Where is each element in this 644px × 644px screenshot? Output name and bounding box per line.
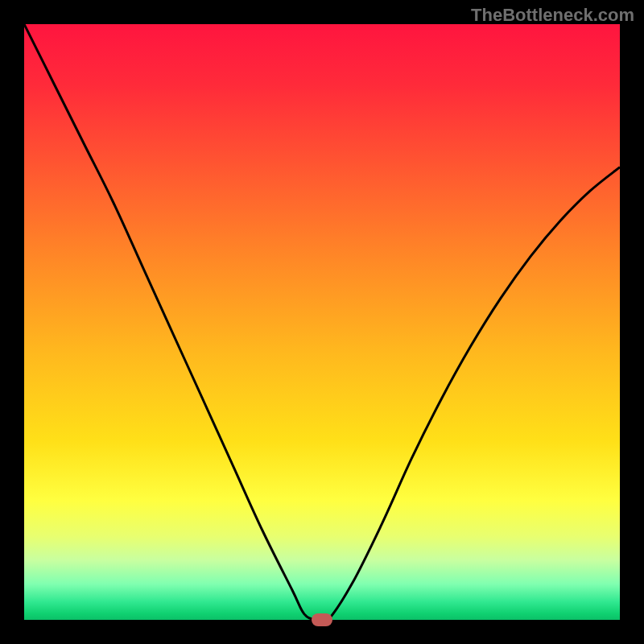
curve-layer [24, 24, 620, 620]
plot-area [24, 24, 620, 620]
watermark-text: TheBottleneck.com [471, 5, 634, 26]
bottleneck-curve [24, 24, 620, 620]
optimum-marker [312, 613, 332, 626]
chart-container: TheBottleneck.com [0, 0, 644, 644]
